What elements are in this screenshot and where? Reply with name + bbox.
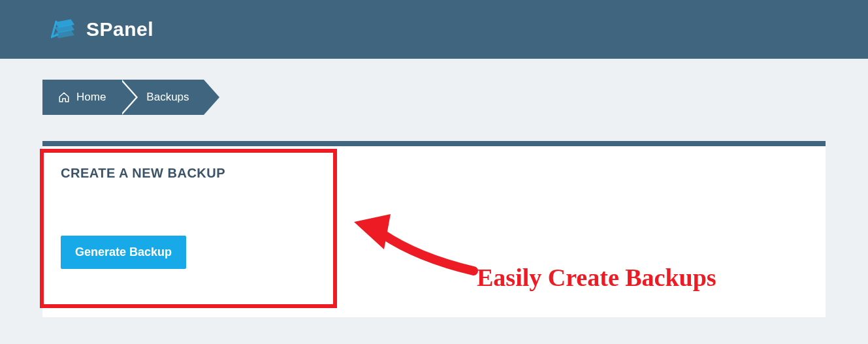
content-area: Home Backups CREATE A NEW BACKUP Generat… (0, 59, 868, 317)
brand-name: SPanel (86, 18, 153, 40)
generate-backup-button[interactable]: Generate Backup (61, 236, 186, 269)
breadcrumb-home[interactable]: Home (42, 80, 120, 115)
home-icon (58, 91, 70, 103)
breadcrumb-current-label: Backups (146, 91, 189, 104)
breadcrumb: Home Backups (42, 80, 826, 115)
backup-panel: CREATE A NEW BACKUP Generate Backup (42, 141, 826, 317)
spanel-logo-icon (51, 16, 77, 42)
brand-logo[interactable]: SPanel (51, 16, 153, 42)
generate-backup-label: Generate Backup (75, 245, 172, 258)
panel-title: CREATE A NEW BACKUP (61, 166, 807, 181)
breadcrumb-home-label: Home (76, 91, 106, 104)
app-header: SPanel (0, 0, 868, 59)
